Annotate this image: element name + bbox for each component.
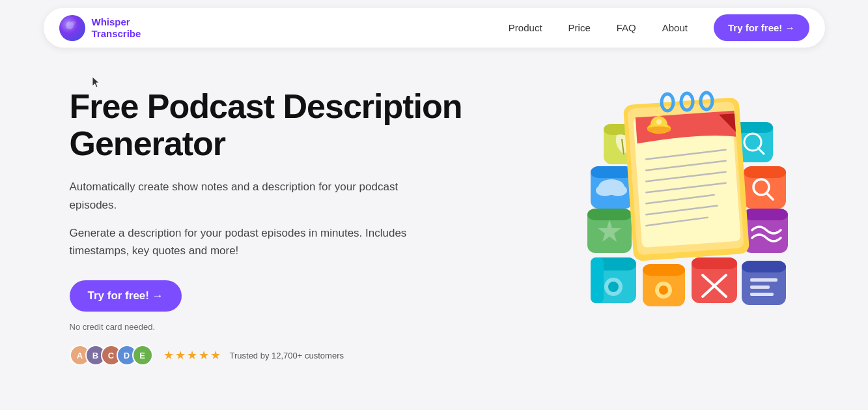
nav-item-price[interactable]: Price <box>568 22 591 34</box>
social-proof-text: Trusted by 12,700+ customers <box>230 351 344 360</box>
svg-rect-19 <box>750 286 770 289</box>
star-1: ★ <box>163 348 174 362</box>
navbar: WhisperTranscribe Product Price FAQ Abou… <box>44 8 825 48</box>
logo-link[interactable]: WhisperTranscribe <box>59 15 141 41</box>
svg-rect-20 <box>750 293 774 296</box>
nav-link-price[interactable]: Price <box>568 22 591 33</box>
hero-subtitle: Automatically create show notes and a de… <box>70 178 434 213</box>
nav-link-faq[interactable]: FAQ <box>617 22 636 33</box>
logo-text: WhisperTranscribe <box>92 16 141 40</box>
nav-wrapper: WhisperTranscribe Product Price FAQ Abou… <box>0 0 868 55</box>
svg-rect-18 <box>750 278 777 282</box>
nav-link-product[interactable]: Product <box>509 22 542 33</box>
hero-desc: Generate a description for your podast e… <box>70 224 434 259</box>
no-credit-text: No credit card needed. <box>70 322 512 332</box>
star-5: ★ <box>210 348 221 362</box>
nav-links: Product Price FAQ About <box>509 22 688 34</box>
nav-item-faq[interactable]: FAQ <box>617 22 636 34</box>
svg-rect-22 <box>587 209 632 220</box>
star-4: ★ <box>199 348 209 362</box>
svg-rect-5 <box>591 257 604 303</box>
svg-rect-17 <box>742 261 786 272</box>
nav-item-product[interactable]: Product <box>509 22 542 34</box>
svg-point-56 <box>647 126 671 133</box>
svg-point-7 <box>608 282 619 292</box>
avatar-5: E <box>132 345 153 366</box>
social-proof: A B C D E ★ ★ ★ ★ ★ Trusted by 12,700+ c… <box>70 345 512 366</box>
logo-icon <box>59 15 85 41</box>
star-rating: ★ ★ ★ ★ ★ <box>163 348 221 362</box>
hero-cta-button[interactable]: Try for free! → <box>70 280 182 312</box>
svg-rect-32 <box>744 166 786 178</box>
star-3: ★ <box>187 348 197 362</box>
avatar-group: A B C D E <box>70 345 148 366</box>
svg-rect-9 <box>643 264 685 276</box>
nav-item-about[interactable]: About <box>662 22 688 34</box>
star-2: ★ <box>175 348 186 362</box>
svg-rect-25 <box>591 166 633 178</box>
nav-cta-button[interactable]: Try for free! → <box>714 14 809 41</box>
hero-illustration <box>552 81 799 323</box>
hero-title: Free Podcast Description Generator <box>70 88 512 162</box>
svg-point-57 <box>656 119 662 124</box>
svg-point-28 <box>609 184 627 196</box>
svg-point-11 <box>659 286 668 295</box>
hero-image-area <box>552 81 799 323</box>
svg-point-2 <box>72 21 76 25</box>
hero-section: Free Podcast Description Generator Autom… <box>44 55 825 366</box>
svg-rect-30 <box>744 209 788 220</box>
nav-link-about[interactable]: About <box>662 22 688 33</box>
svg-rect-13 <box>692 257 737 269</box>
hero-text: Free Podcast Description Generator Autom… <box>70 81 512 366</box>
